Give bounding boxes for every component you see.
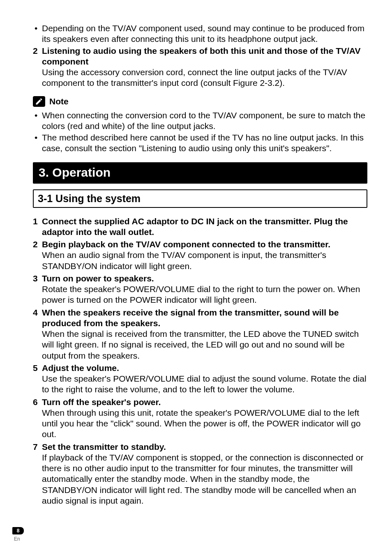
item-title: Listening to audio using the speakers of…: [42, 46, 360, 66]
section-heading: 3-1 Using the system: [33, 189, 367, 208]
chapter-heading: 3. Operation: [33, 162, 367, 184]
page-content: Depending on the TV/AV component used, s…: [0, 0, 392, 506]
list-item: 1 Connect the supplied AC adaptor to DC …: [33, 216, 367, 238]
note-pencil-icon: [33, 96, 45, 107]
top-bullet-list: Depending on the TV/AV component used, s…: [33, 23, 367, 45]
list-item: Depending on the TV/AV component used, s…: [33, 23, 367, 45]
steps-list: 1 Connect the supplied AC adaptor to DC …: [33, 216, 367, 507]
item-number: 6: [33, 397, 38, 408]
list-item: When connecting the conversion cord to t…: [33, 110, 367, 132]
list-item: 3 Turn on power to speakers. Rotate the …: [33, 273, 367, 306]
item-title: Set the transmitter to standby.: [42, 442, 166, 451]
item-body: If playback of the TV/AV component is st…: [42, 453, 364, 505]
item-title: Begin playback on the TV/AV component co…: [42, 240, 330, 249]
item-number: 5: [33, 363, 38, 373]
item-title: When the speakers receive the signal fro…: [42, 308, 339, 328]
item-number: 3: [33, 273, 38, 284]
item-number: 2: [33, 46, 38, 56]
item-body: Rotate the speaker's POWER/VOLUME dial t…: [42, 284, 360, 304]
item-body: Use the speaker's POWER/VOLUME dial to a…: [42, 374, 367, 394]
item-number: 2: [33, 239, 38, 250]
list-item: 2 Begin playback on the TV/AV component …: [33, 239, 367, 272]
list-item: 5 Adjust the volume. Use the speaker's P…: [33, 363, 367, 395]
numbered-continuation: 2 Listening to audio using the speakers …: [33, 46, 367, 89]
page-footer: 8 En: [12, 527, 24, 542]
language-label: En: [14, 536, 24, 542]
item-number: 4: [33, 307, 38, 318]
item-body: Using the accessory conversion cord, con…: [42, 67, 347, 88]
list-item: 2 Listening to audio using the speakers …: [33, 46, 367, 89]
item-number: 1: [33, 216, 38, 227]
note-header: Note: [33, 96, 367, 107]
item-title: Adjust the volume.: [42, 363, 119, 373]
page-number-badge: 8: [12, 527, 24, 534]
item-title: Turn on power to speakers.: [42, 274, 154, 283]
note-bullet-list: When connecting the conversion cord to t…: [33, 110, 367, 154]
item-number: 7: [33, 442, 38, 452]
item-body: When an audio signal from the TV/AV comp…: [42, 250, 326, 270]
list-item: 4 When the speakers receive the signal f…: [33, 307, 367, 361]
item-body: When the signal is received from the tra…: [42, 329, 359, 360]
list-item: 7 Set the transmitter to standby. If pla…: [33, 442, 367, 507]
list-item: 6 Turn off the speaker's power. When thr…: [33, 397, 367, 440]
item-title: Connect the supplied AC adaptor to DC IN…: [42, 216, 348, 237]
list-item: The method described here cannot be used…: [33, 132, 367, 154]
note-label: Note: [49, 97, 69, 106]
item-body: When through using this unit, rotate the…: [42, 408, 361, 439]
item-title: Turn off the speaker's power.: [42, 397, 161, 407]
